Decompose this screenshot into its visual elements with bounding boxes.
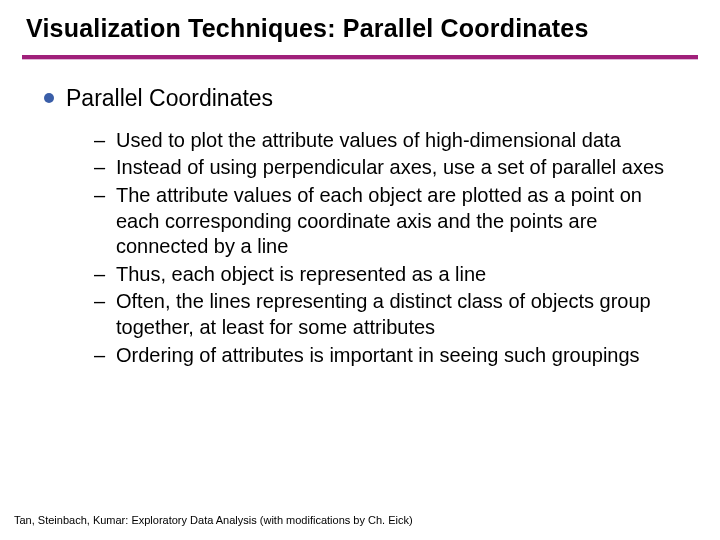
dash-icon: – xyxy=(92,183,116,209)
dash-icon: – xyxy=(92,343,116,369)
dash-icon: – xyxy=(92,128,116,154)
level2-item: – Ordering of attributes is important in… xyxy=(92,343,680,369)
level2-text: The attribute values of each object are … xyxy=(116,183,680,260)
level2-item: – Used to plot the attribute values of h… xyxy=(92,128,680,154)
level2-text: Instead of using perpendicular axes, use… xyxy=(116,155,680,181)
slide: Visualization Techniques: Parallel Coord… xyxy=(0,0,720,540)
level2-list: – Used to plot the attribute values of h… xyxy=(44,120,680,368)
dash-icon: – xyxy=(92,262,116,288)
slide-body: Parallel Coordinates – Used to plot the … xyxy=(0,60,720,368)
slide-title: Visualization Techniques: Parallel Coord… xyxy=(0,0,720,49)
footer-citation: Tan, Steinbach, Kumar: Exploratory Data … xyxy=(14,514,413,526)
level1-text: Parallel Coordinates xyxy=(66,84,273,114)
dash-icon: – xyxy=(92,155,116,181)
bullet-icon xyxy=(44,93,54,103)
level2-item: – Often, the lines representing a distin… xyxy=(92,289,680,340)
level2-text: Thus, each object is represented as a li… xyxy=(116,262,680,288)
level2-text: Ordering of attributes is important in s… xyxy=(116,343,680,369)
level2-text: Used to plot the attribute values of hig… xyxy=(116,128,680,154)
level1-item: Parallel Coordinates xyxy=(44,84,680,114)
level2-item: – Thus, each object is represented as a … xyxy=(92,262,680,288)
dash-icon: – xyxy=(92,289,116,315)
level2-item: – The attribute values of each object ar… xyxy=(92,183,680,260)
level2-item: – Instead of using perpendicular axes, u… xyxy=(92,155,680,181)
level2-text: Often, the lines representing a distinct… xyxy=(116,289,680,340)
